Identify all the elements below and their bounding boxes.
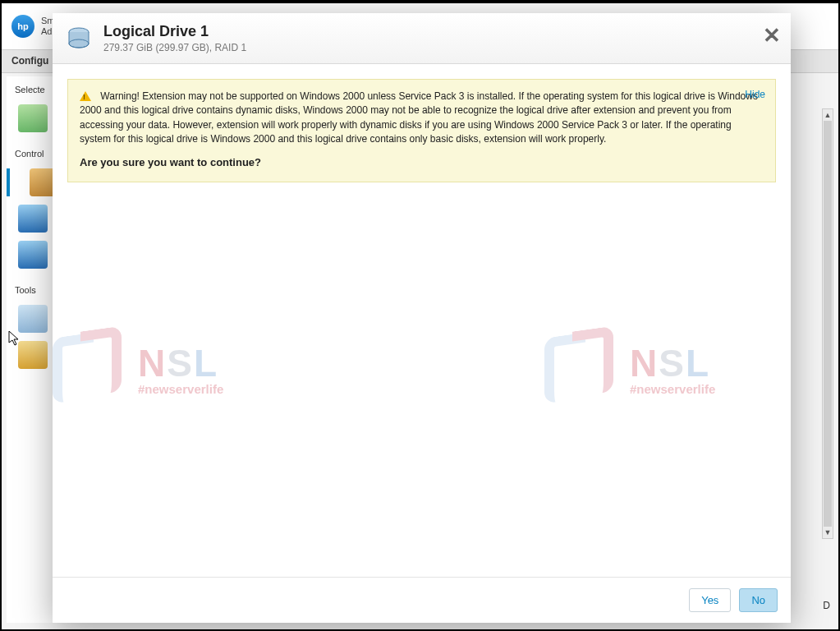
dialog-header: Logical Drive 1 279.37 GiB (299.97 GB), … (53, 13, 791, 64)
no-button[interactable]: No (739, 588, 778, 612)
warning-alert: Hide Warning! Extension may not be suppo… (67, 79, 776, 182)
mouse-cursor-icon (8, 330, 20, 347)
watermark-right: NSL #newserverlife (536, 302, 791, 434)
watermark-left: NSL #newserverlife (53, 302, 307, 434)
warning-text: Warning! Extension may not be supported … (80, 90, 758, 145)
watermark-tag: #newserverlife (630, 382, 715, 396)
dialog-footer: Yes No (53, 577, 791, 623)
watermark-logo-icon (53, 327, 126, 409)
dialog-body: Hide Warning! Extension may not be suppo… (53, 64, 791, 577)
dialog-subtitle: 279.37 GiB (299.97 GB), RAID 1 (103, 42, 246, 53)
watermark-nsl: NSL (630, 341, 715, 385)
close-button[interactable]: ✕ (763, 25, 781, 46)
logical-drive-icon (66, 25, 92, 52)
confirm-question: Are you sure you want to continue? (80, 155, 764, 171)
hide-alert-link[interactable]: Hide (745, 88, 765, 102)
watermark-logo-icon (536, 327, 618, 409)
watermark-tag: #newserverlife (138, 382, 223, 396)
yes-button[interactable]: Yes (689, 588, 731, 612)
dialog-title: Logical Drive 1 (103, 23, 246, 40)
watermark-nsl: NSL (138, 341, 223, 385)
warning-icon (80, 91, 91, 101)
confirm-dialog: Logical Drive 1 279.37 GiB (299.97 GB), … (53, 13, 791, 623)
